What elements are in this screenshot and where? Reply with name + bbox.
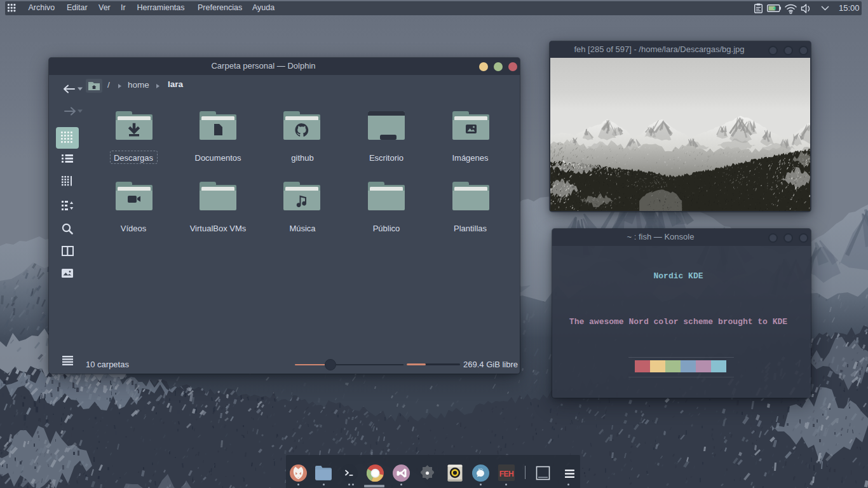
svg-text:FEH: FEH xyxy=(499,470,513,478)
